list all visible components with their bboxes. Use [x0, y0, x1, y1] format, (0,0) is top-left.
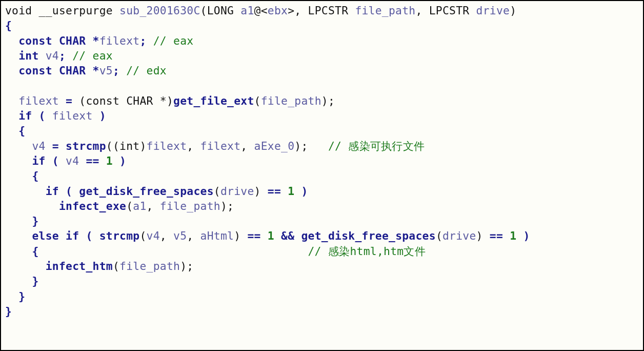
code-token: );	[294, 140, 328, 152]
code-line[interactable]: }	[5, 215, 39, 227]
code-token: )	[93, 109, 106, 122]
code-line[interactable]: int v4; // eax	[5, 49, 113, 62]
code-token: @<	[254, 4, 268, 17]
code-line[interactable]: const CHAR *filext; // eax	[5, 34, 193, 47]
code-token: drive	[442, 229, 476, 242]
code-line[interactable]: filext = (const CHAR *)get_file_ext(file…	[5, 94, 335, 107]
code-token: a1	[133, 200, 146, 212]
code-token: )	[510, 4, 516, 17]
code-token: }	[32, 275, 39, 287]
code-token: aExe_0	[254, 140, 295, 152]
code-token: 1	[106, 154, 113, 167]
code-line[interactable]: infect_exe(a1, file_path);	[5, 200, 234, 212]
code-token: (LONG	[200, 4, 241, 17]
code-token: // edx	[126, 64, 167, 77]
code-token: drive	[476, 4, 510, 17]
code-token: if (	[32, 154, 66, 167]
code-token: ebx	[268, 4, 288, 17]
code-token: {	[32, 245, 39, 258]
code-token: {	[18, 124, 25, 137]
code-token: );	[321, 94, 335, 107]
code-line[interactable]: else if ( strcmp(v4, v5, aHtml) == 1 && …	[5, 229, 530, 242]
code-token	[39, 245, 308, 258]
code-token: }	[32, 215, 39, 227]
code-token: ((int)	[106, 140, 147, 152]
code-token: )	[294, 185, 308, 198]
code-line[interactable]: { // 感染html,htm文件	[5, 245, 426, 258]
code-token: const CHAR *	[18, 64, 99, 77]
code-line[interactable]: infect_htm(file_path);	[5, 260, 193, 272]
code-token: // 感染html,htm文件	[308, 245, 426, 258]
code-token: ;	[139, 34, 153, 47]
code-token: v4	[147, 229, 160, 242]
code-token: const CHAR *	[18, 34, 99, 47]
code-token: file_path	[160, 200, 220, 212]
code-token: if (	[18, 109, 52, 122]
code-token: aHtml	[200, 229, 234, 242]
code-token: // 感染可执行文件	[328, 140, 425, 152]
code-token: );	[180, 260, 193, 272]
code-token: )	[234, 229, 247, 242]
code-line[interactable]: const CHAR *v5; // edx	[5, 64, 167, 77]
code-token: >, LPCSTR	[288, 4, 355, 17]
code-token: v4	[66, 154, 79, 167]
code-token: filext	[200, 140, 241, 152]
code-line[interactable]: {	[5, 124, 25, 137]
code-token: file_path	[355, 4, 415, 17]
code-token: void __userpurge	[5, 4, 119, 17]
code-token: ,	[187, 140, 200, 152]
code-token: v4	[46, 49, 59, 62]
code-token: ,	[187, 229, 200, 242]
code-token: (	[139, 229, 146, 242]
code-token: v4	[32, 140, 46, 152]
code-line[interactable]: if ( v4 == 1 )	[5, 154, 126, 167]
code-token: )	[476, 229, 490, 242]
code-token: filext	[99, 34, 140, 47]
decompiler-view[interactable]: void __userpurge sub_2001630C(LONG a1@<e…	[0, 0, 644, 351]
code-token: a1	[240, 4, 254, 17]
code-token: {	[5, 19, 12, 32]
code-token: ==	[79, 154, 106, 167]
code-token: ==	[490, 229, 510, 242]
code-token: filext	[147, 140, 187, 152]
code-token: (	[113, 260, 119, 272]
code-line[interactable]: if ( filext )	[5, 109, 106, 122]
code-line[interactable]: }	[5, 290, 25, 303]
code-token: (	[436, 229, 442, 242]
code-line[interactable]: }	[5, 305, 12, 318]
code-line[interactable]: v4 = strcmp((int)filext, filext, aExe_0)…	[5, 140, 425, 152]
code-token: get_file_ext	[173, 94, 254, 107]
code-token: 1	[268, 229, 274, 242]
code-line[interactable]: {	[5, 169, 39, 182]
code-token: (	[214, 185, 220, 198]
code-token: filext	[18, 94, 59, 107]
code-token: infect_exe	[59, 200, 126, 212]
code-token: )	[254, 185, 268, 198]
code-token: infect_htm	[46, 260, 113, 272]
code-token: file_path	[119, 260, 180, 272]
code-token: else if ( strcmp	[32, 229, 140, 242]
code-token: ,	[240, 140, 254, 152]
decompiled-code[interactable]: void __userpurge sub_2001630C(LONG a1@<e…	[5, 3, 639, 319]
code-token: ;	[113, 64, 126, 77]
code-token: ;	[59, 49, 72, 62]
code-token: filext	[52, 109, 93, 122]
code-token: {	[32, 169, 39, 182]
code-token: v5	[99, 64, 113, 77]
code-line[interactable]: void __userpurge sub_2001630C(LONG a1@<e…	[5, 4, 516, 17]
code-token: ==	[268, 185, 288, 198]
code-token: =	[59, 94, 79, 107]
code-token: (	[126, 200, 133, 212]
code-token: = strcmp	[46, 140, 106, 152]
code-token: v5	[173, 229, 187, 242]
code-token: ==	[247, 229, 267, 242]
code-token: ,	[160, 229, 173, 242]
code-token: , LPCSTR	[415, 4, 476, 17]
code-line[interactable]: {	[5, 19, 12, 32]
code-token: drive	[220, 185, 254, 198]
code-line[interactable]: if ( get_disk_free_spaces(drive) == 1 )	[5, 185, 308, 198]
code-token: );	[220, 200, 234, 212]
code-token: 1	[510, 229, 516, 242]
code-line[interactable]: }	[5, 275, 39, 287]
code-token: if ( get_disk_free_spaces	[46, 185, 214, 198]
